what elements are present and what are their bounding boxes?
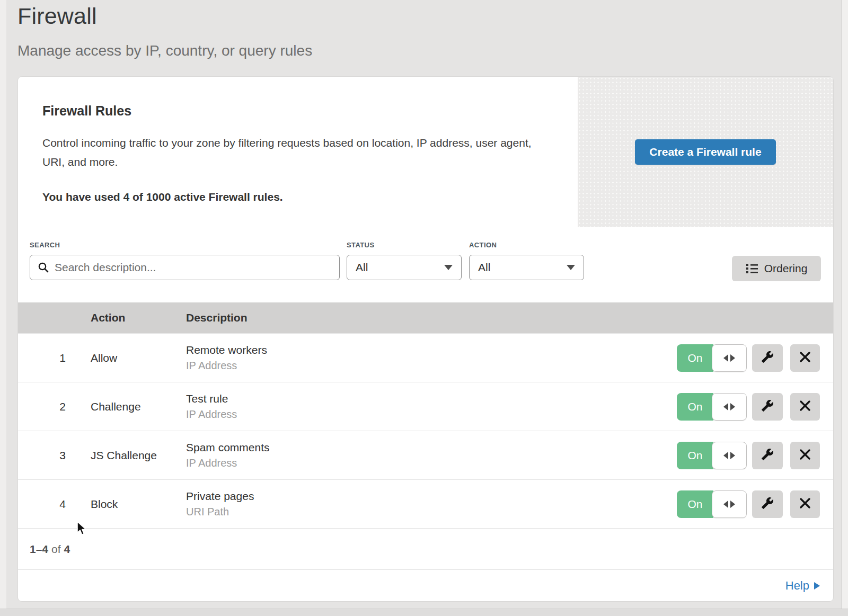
create-firewall-rule-button[interactable]: Create a Firewall rule xyxy=(635,139,775,165)
ordering-list-icon xyxy=(746,263,758,274)
toggle-right-arrow-icon xyxy=(730,354,735,362)
rule-description: Private pages xyxy=(186,490,677,503)
toggle-on-label: On xyxy=(677,490,713,518)
overview-description: Control incoming traffic to your zone by… xyxy=(42,133,546,172)
delete-rule-button[interactable] xyxy=(790,393,820,421)
toggle-handle[interactable] xyxy=(712,344,747,372)
rule-description: Remote workers xyxy=(186,344,677,356)
action-select-value: All xyxy=(478,261,490,274)
rule-action: Allow xyxy=(91,352,186,364)
delete-rule-button[interactable] xyxy=(790,442,820,469)
status-select-value: All xyxy=(356,261,368,274)
overview-section: Firewall Rules Control incoming traffic … xyxy=(18,77,833,227)
chevron-down-icon xyxy=(444,265,453,270)
help-link[interactable]: Help xyxy=(785,579,820,593)
edit-rule-button[interactable] xyxy=(752,490,783,518)
action-select[interactable]: All xyxy=(469,255,584,280)
rule-enabled-toggle[interactable]: On xyxy=(677,344,747,372)
rule-controls: On xyxy=(677,442,833,469)
toggle-right-arrow-icon xyxy=(730,403,735,410)
table-row: 1 Allow Remote workers IP Address On xyxy=(18,333,833,382)
rule-action: JS Challenge xyxy=(91,449,186,462)
table-row: 3 JS Challenge Spam comments IP Address … xyxy=(18,431,833,479)
toggle-on-label: On xyxy=(677,393,713,421)
rule-action: Challenge xyxy=(91,400,186,413)
rule-action: Block xyxy=(91,498,186,511)
wrench-icon xyxy=(761,351,774,365)
filters-section: SEARCH STATUS All ACTION All xyxy=(18,227,833,302)
rule-priority: 4 xyxy=(18,498,91,511)
rule-controls: On xyxy=(677,490,833,518)
rule-description-cell: Test rule IP Address xyxy=(186,392,677,421)
page-subtitle: Manage access by IP, country, or query r… xyxy=(17,42,312,59)
table-row: 4 Block Private pages URI Path On xyxy=(18,479,833,528)
close-icon xyxy=(799,449,811,462)
toggle-left-arrow-icon xyxy=(723,501,728,508)
pagination-summary: 1–4 of 4 xyxy=(18,528,833,569)
table-row: 2 Challenge Test rule IP Address On xyxy=(18,382,833,431)
overview-usage-counter: You have used 4 of 1000 active Firewall … xyxy=(42,191,553,203)
toggle-handle[interactable] xyxy=(712,442,747,469)
toggle-left-arrow-icon xyxy=(723,403,728,410)
help-link-label: Help xyxy=(785,579,809,593)
rule-match-type: IP Address xyxy=(186,408,677,421)
toggle-handle[interactable] xyxy=(712,393,747,421)
toggle-right-arrow-icon xyxy=(730,452,735,459)
toggle-left-arrow-icon xyxy=(723,452,728,459)
rule-enabled-toggle[interactable]: On xyxy=(677,393,747,421)
ordering-button[interactable]: Ordering xyxy=(732,256,821,281)
chevron-down-icon xyxy=(567,265,575,270)
search-input[interactable] xyxy=(55,261,332,274)
wrench-icon xyxy=(761,497,774,511)
table-header: Action Description xyxy=(18,302,833,333)
firewall-rules-card: Firewall Rules Control incoming traffic … xyxy=(17,76,834,602)
search-label: SEARCH xyxy=(30,241,60,249)
search-icon xyxy=(38,262,49,273)
rule-controls: On xyxy=(677,344,833,372)
rule-priority: 2 xyxy=(18,400,91,413)
toggle-handle[interactable] xyxy=(712,490,747,518)
toggle-on-label: On xyxy=(677,344,713,372)
rule-description-cell: Remote workers IP Address xyxy=(186,344,677,372)
rule-description-cell: Spam comments IP Address xyxy=(186,441,677,469)
toggle-left-arrow-icon xyxy=(723,354,728,362)
edit-rule-button[interactable] xyxy=(752,344,783,372)
delete-rule-button[interactable] xyxy=(790,490,820,518)
toggle-on-label: On xyxy=(677,442,713,469)
rule-match-type: URI Path xyxy=(186,506,677,518)
overview-text: Firewall Rules Control incoming traffic … xyxy=(18,77,578,227)
ordering-button-label: Ordering xyxy=(764,262,808,275)
rule-priority: 3 xyxy=(18,449,91,462)
rule-controls: On xyxy=(677,393,833,421)
status-label: STATUS xyxy=(347,241,374,249)
rule-description: Spam comments xyxy=(186,441,677,454)
rule-match-type: IP Address xyxy=(186,360,677,372)
edit-rule-button[interactable] xyxy=(752,393,783,421)
rule-description: Test rule xyxy=(186,392,677,405)
window-scrollbar-track xyxy=(841,0,848,616)
close-icon xyxy=(799,351,811,364)
pager-total: 4 xyxy=(64,543,70,556)
toggle-right-arrow-icon xyxy=(730,501,735,508)
close-icon xyxy=(799,400,811,413)
search-box[interactable] xyxy=(30,255,340,280)
page-title: Firewall xyxy=(17,3,97,29)
pager-range: 1–4 xyxy=(30,543,48,556)
rule-description-cell: Private pages URI Path xyxy=(186,490,677,518)
window-bottom-edge xyxy=(0,609,848,616)
description-column-header: Description xyxy=(186,311,833,324)
wrench-icon xyxy=(761,448,774,462)
rule-match-type: IP Address xyxy=(186,457,677,469)
action-column-header: Action xyxy=(91,311,186,324)
rule-enabled-toggle[interactable]: On xyxy=(677,490,747,518)
card-footer: Help xyxy=(18,569,833,601)
firewall-page: Firewall Manage access by IP, country, o… xyxy=(0,0,848,616)
window-left-edge xyxy=(0,0,6,616)
delete-rule-button[interactable] xyxy=(790,344,820,372)
help-arrow-icon xyxy=(814,582,820,590)
rule-priority: 1 xyxy=(18,352,91,364)
wrench-icon xyxy=(761,399,774,414)
edit-rule-button[interactable] xyxy=(752,442,783,469)
rule-enabled-toggle[interactable]: On xyxy=(677,442,747,469)
status-select[interactable]: All xyxy=(347,255,462,280)
